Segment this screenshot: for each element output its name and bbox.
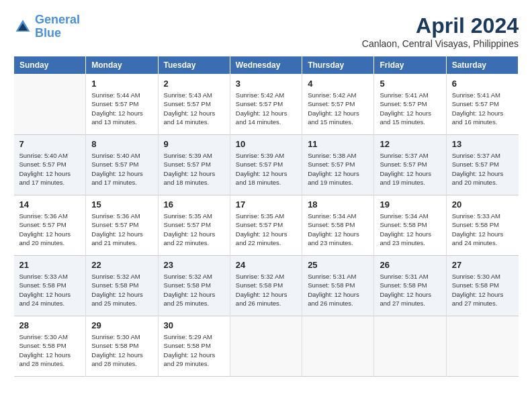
day-number: 15 — [91, 199, 152, 210]
day-cell — [14, 75, 86, 135]
day-cell: 8 Sunrise: 5:40 AMSunset: 5:57 PMDayligh… — [86, 135, 158, 195]
col-tuesday: Tuesday — [158, 56, 230, 75]
logo-icon — [13, 17, 32, 36]
day-number: 10 — [236, 139, 296, 149]
day-cell: 12 Sunrise: 5:37 AMSunset: 5:57 PMDaylig… — [374, 135, 446, 195]
day-info: Sunrise: 5:39 AMSunset: 5:57 PMDaylight:… — [236, 151, 296, 187]
col-monday: Monday — [86, 56, 158, 75]
day-number: 16 — [164, 199, 224, 210]
day-cell: 4 Sunrise: 5:42 AMSunset: 5:57 PMDayligh… — [302, 75, 374, 135]
day-info: Sunrise: 5:31 AMSunset: 5:58 PMDaylight:… — [308, 272, 368, 308]
day-number: 24 — [236, 260, 296, 270]
week-row-5: 28 Sunrise: 5:30 AMSunset: 5:58 PMDaylig… — [14, 316, 519, 377]
day-number: 7 — [19, 139, 81, 149]
logo: General Blue — [13, 13, 80, 40]
day-number: 6 — [452, 79, 513, 89]
day-cell: 7 Sunrise: 5:40 AMSunset: 5:57 PMDayligh… — [14, 135, 86, 195]
day-cell: 2 Sunrise: 5:43 AMSunset: 5:57 PMDayligh… — [158, 75, 230, 135]
day-cell: 25 Sunrise: 5:31 AMSunset: 5:58 PMDaylig… — [302, 256, 374, 316]
day-number: 29 — [91, 320, 152, 330]
title-block: April 2024 Canlaon, Central Visayas, Phi… — [362, 13, 519, 49]
week-row-3: 14 Sunrise: 5:36 AMSunset: 5:57 PMDaylig… — [14, 195, 519, 256]
day-cell: 17 Sunrise: 5:35 AMSunset: 5:57 PMDaylig… — [230, 195, 302, 256]
day-cell: 20 Sunrise: 5:33 AMSunset: 5:58 PMDaylig… — [446, 195, 518, 256]
logo-text: General Blue — [35, 13, 80, 40]
day-number: 14 — [19, 199, 81, 210]
logo-blue: Blue — [35, 26, 61, 40]
day-cell — [230, 316, 302, 377]
day-number: 8 — [91, 139, 152, 149]
day-info: Sunrise: 5:35 AMSunset: 5:57 PMDaylight:… — [164, 212, 224, 247]
day-number: 5 — [380, 79, 440, 89]
location-subtitle: Canlaon, Central Visayas, Philippines — [362, 38, 519, 49]
day-cell: 21 Sunrise: 5:33 AMSunset: 5:58 PMDaylig… — [14, 256, 86, 316]
day-number: 23 — [164, 260, 224, 270]
day-info: Sunrise: 5:38 AMSunset: 5:57 PMDaylight:… — [308, 151, 368, 187]
day-cell: 11 Sunrise: 5:38 AMSunset: 5:57 PMDaylig… — [302, 135, 374, 195]
day-number: 9 — [164, 139, 224, 149]
page-header: General Blue April 2024 Canlaon, Central… — [13, 13, 519, 49]
day-info: Sunrise: 5:33 AMSunset: 5:58 PMDaylight:… — [19, 272, 81, 308]
day-cell: 22 Sunrise: 5:32 AMSunset: 5:58 PMDaylig… — [86, 256, 158, 316]
day-cell: 24 Sunrise: 5:32 AMSunset: 5:58 PMDaylig… — [230, 256, 302, 316]
week-row-2: 7 Sunrise: 5:40 AMSunset: 5:57 PMDayligh… — [14, 135, 519, 195]
day-cell: 16 Sunrise: 5:35 AMSunset: 5:57 PMDaylig… — [158, 195, 230, 256]
day-cell: 5 Sunrise: 5:41 AMSunset: 5:57 PMDayligh… — [374, 75, 446, 135]
day-info: Sunrise: 5:32 AMSunset: 5:58 PMDaylight:… — [236, 272, 296, 308]
calendar-table: Sunday Monday Tuesday Wednesday Thursday… — [13, 56, 519, 377]
day-info: Sunrise: 5:42 AMSunset: 5:57 PMDaylight:… — [236, 91, 296, 126]
day-number: 20 — [452, 199, 513, 210]
day-number: 11 — [308, 139, 368, 149]
col-saturday: Saturday — [446, 56, 518, 75]
day-info: Sunrise: 5:32 AMSunset: 5:58 PMDaylight:… — [91, 272, 152, 308]
day-info: Sunrise: 5:36 AMSunset: 5:57 PMDaylight:… — [91, 212, 152, 247]
day-info: Sunrise: 5:31 AMSunset: 5:58 PMDaylight:… — [380, 272, 440, 308]
day-info: Sunrise: 5:37 AMSunset: 5:57 PMDaylight:… — [380, 151, 440, 187]
day-number: 13 — [452, 139, 513, 149]
col-sunday: Sunday — [14, 56, 86, 75]
day-cell: 1 Sunrise: 5:44 AMSunset: 5:57 PMDayligh… — [86, 75, 158, 135]
month-title: April 2024 — [362, 13, 519, 38]
day-number: 26 — [380, 260, 440, 270]
col-friday: Friday — [374, 56, 446, 75]
week-row-1: 1 Sunrise: 5:44 AMSunset: 5:57 PMDayligh… — [14, 75, 519, 135]
day-info: Sunrise: 5:44 AMSunset: 5:57 PMDaylight:… — [91, 91, 152, 126]
day-number: 30 — [164, 320, 224, 330]
day-number: 17 — [236, 199, 296, 210]
col-wednesday: Wednesday — [230, 56, 302, 75]
day-info: Sunrise: 5:42 AMSunset: 5:57 PMDaylight:… — [308, 91, 368, 126]
logo-general: General — [35, 13, 80, 26]
day-cell: 19 Sunrise: 5:34 AMSunset: 5:58 PMDaylig… — [374, 195, 446, 256]
day-cell: 29 Sunrise: 5:30 AMSunset: 5:58 PMDaylig… — [86, 316, 158, 377]
day-info: Sunrise: 5:39 AMSunset: 5:57 PMDaylight:… — [164, 151, 224, 187]
day-cell: 9 Sunrise: 5:39 AMSunset: 5:57 PMDayligh… — [158, 135, 230, 195]
day-info: Sunrise: 5:41 AMSunset: 5:57 PMDaylight:… — [380, 91, 440, 126]
day-cell — [446, 316, 518, 377]
day-cell — [374, 316, 446, 377]
day-info: Sunrise: 5:30 AMSunset: 5:58 PMDaylight:… — [452, 272, 513, 308]
day-cell: 30 Sunrise: 5:29 AMSunset: 5:58 PMDaylig… — [158, 316, 230, 377]
day-cell: 27 Sunrise: 5:30 AMSunset: 5:58 PMDaylig… — [446, 256, 518, 316]
col-thursday: Thursday — [302, 56, 374, 75]
day-number: 12 — [380, 139, 440, 149]
day-info: Sunrise: 5:35 AMSunset: 5:57 PMDaylight:… — [236, 212, 296, 247]
day-info: Sunrise: 5:37 AMSunset: 5:57 PMDaylight:… — [452, 151, 513, 187]
day-cell: 18 Sunrise: 5:34 AMSunset: 5:58 PMDaylig… — [302, 195, 374, 256]
day-info: Sunrise: 5:40 AMSunset: 5:57 PMDaylight:… — [19, 151, 81, 187]
day-cell: 28 Sunrise: 5:30 AMSunset: 5:58 PMDaylig… — [14, 316, 86, 377]
day-number: 22 — [91, 260, 152, 270]
day-info: Sunrise: 5:30 AMSunset: 5:58 PMDaylight:… — [19, 332, 81, 368]
day-cell — [302, 316, 374, 377]
day-cell: 26 Sunrise: 5:31 AMSunset: 5:58 PMDaylig… — [374, 256, 446, 316]
day-info: Sunrise: 5:40 AMSunset: 5:57 PMDaylight:… — [91, 151, 152, 187]
day-number: 21 — [19, 260, 81, 270]
day-info: Sunrise: 5:34 AMSunset: 5:58 PMDaylight:… — [380, 212, 440, 247]
day-info: Sunrise: 5:41 AMSunset: 5:57 PMDaylight:… — [452, 91, 513, 126]
header-row: Sunday Monday Tuesday Wednesday Thursday… — [14, 56, 519, 75]
day-number: 4 — [308, 79, 368, 89]
week-row-4: 21 Sunrise: 5:33 AMSunset: 5:58 PMDaylig… — [14, 256, 519, 316]
day-number: 28 — [19, 320, 81, 330]
day-number: 2 — [164, 79, 224, 89]
day-info: Sunrise: 5:36 AMSunset: 5:57 PMDaylight:… — [19, 212, 81, 247]
day-cell: 3 Sunrise: 5:42 AMSunset: 5:57 PMDayligh… — [230, 75, 302, 135]
